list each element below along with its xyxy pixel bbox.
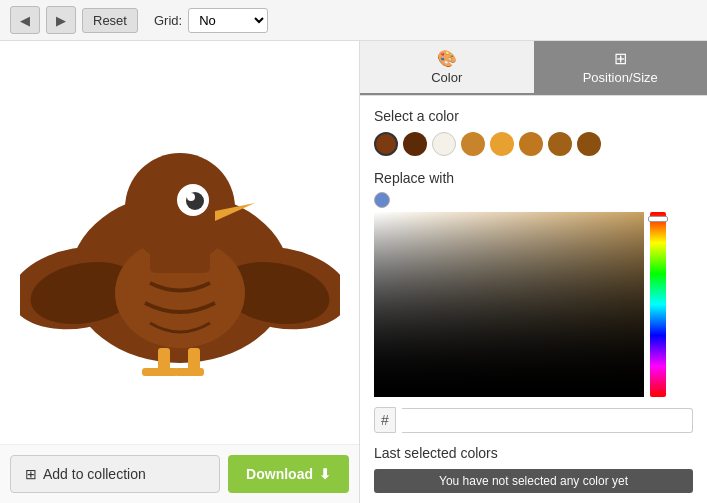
right-panel: 🎨 Color ⊞ Position/Size Select a color — [360, 41, 707, 503]
back-button[interactable]: ◀ — [10, 6, 40, 34]
palette-icon: 🎨 — [437, 49, 457, 68]
download-icon: ⬇ — [319, 466, 331, 482]
tab-position-size[interactable]: ⊞ Position/Size — [534, 41, 708, 95]
bird-illustration — [20, 93, 340, 393]
svg-rect-15 — [156, 368, 178, 376]
no-color-banner: You have not selected any color yet — [374, 469, 693, 493]
swatch-7[interactable] — [577, 132, 601, 156]
collection-icon: ⊞ — [25, 466, 37, 482]
replace-title: Replace with — [374, 170, 693, 186]
swatch-4[interactable] — [490, 132, 514, 156]
bottom-actions: ⊞ Add to collection Download ⬇ — [0, 445, 359, 503]
forward-button[interactable]: ▶ — [46, 6, 76, 34]
selected-color-indicator — [374, 192, 390, 208]
color-swatches — [374, 132, 693, 156]
hue-slider[interactable] — [650, 212, 666, 397]
position-icon: ⊞ — [614, 49, 627, 68]
last-selected-title: Last selected colors — [374, 445, 693, 461]
add-collection-label: Add to collection — [43, 466, 146, 482]
swatch-1[interactable] — [403, 132, 427, 156]
color-picker-area — [374, 212, 693, 397]
swatch-5[interactable] — [519, 132, 543, 156]
swatch-0[interactable] — [374, 132, 398, 156]
svg-rect-17 — [182, 368, 204, 376]
hex-input-row: # — [374, 407, 693, 433]
hex-input[interactable] — [402, 408, 693, 433]
replace-with-section: Replace with # — [374, 170, 693, 433]
swatch-6[interactable] — [548, 132, 572, 156]
toolbar: ◀ ▶ Reset Grid: No Small Medium Large — [0, 0, 707, 41]
download-button[interactable]: Download ⬇ — [228, 455, 349, 493]
hue-handle[interactable] — [648, 216, 668, 222]
hash-symbol: # — [374, 407, 396, 433]
grid-label: Grid: — [154, 13, 182, 28]
svg-rect-11 — [150, 248, 210, 273]
tab-color[interactable]: 🎨 Color — [360, 41, 534, 95]
main-content: ⊞ Add to collection Download ⬇ 🎨 Color ⊞… — [0, 41, 707, 503]
svg-point-9 — [187, 193, 195, 201]
swatch-3[interactable] — [461, 132, 485, 156]
gradient-picker[interactable] — [374, 212, 644, 397]
swatch-2[interactable] — [432, 132, 456, 156]
download-label: Download — [246, 466, 313, 482]
tab-bar: 🎨 Color ⊞ Position/Size — [360, 41, 707, 96]
add-to-collection-button[interactable]: ⊞ Add to collection — [10, 455, 220, 493]
tab-position-label: Position/Size — [583, 70, 658, 85]
grid-select[interactable]: No Small Medium Large — [188, 8, 268, 33]
tab-color-label: Color — [431, 70, 462, 85]
left-panel: ⊞ Add to collection Download ⬇ — [0, 41, 360, 503]
last-selected-section: Last selected colors You have not select… — [374, 445, 693, 493]
color-panel: Select a color Replace with — [360, 96, 707, 503]
reset-button[interactable]: Reset — [82, 8, 138, 33]
select-color-title: Select a color — [374, 108, 693, 124]
canvas-area — [0, 41, 359, 445]
